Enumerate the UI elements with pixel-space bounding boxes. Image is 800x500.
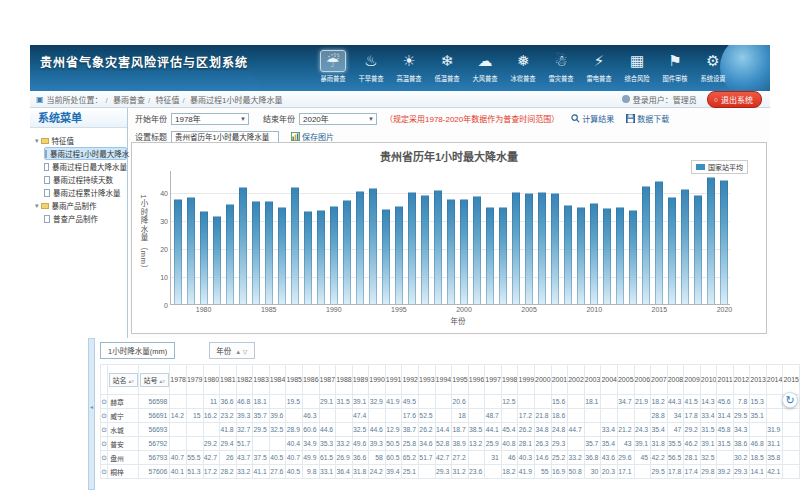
year-col-header[interactable]: 1988 [336, 365, 353, 395]
year-col-header[interactable]: 2008 [667, 365, 684, 395]
value-cell: 17.8 [684, 409, 701, 423]
tree-item[interactable]: 普查产品制作 [44, 212, 127, 225]
start-year-select[interactable]: 1978年 ▼ [171, 113, 249, 125]
year-col-header[interactable]: 1997 [485, 365, 502, 395]
save-image-button[interactable]: 保存图片 [291, 131, 334, 142]
year-col-header[interactable]: 1987 [319, 365, 336, 395]
year-col-header[interactable]: 1993 [419, 365, 436, 395]
year-col-header[interactable]: 1984 [269, 365, 286, 395]
nav-item-low-temp[interactable]: ❄ 低温普查 [428, 48, 466, 83]
chart-title-input[interactable]: 贵州省历年1小时最大降水量 [171, 131, 279, 143]
year-col-header[interactable]: 1998 [501, 365, 518, 395]
nav-item-high-temp[interactable]: ☀ 高温普查 [390, 48, 428, 83]
value-cell: 52.5 [419, 409, 436, 423]
year-col-header[interactable]: 1992 [402, 365, 419, 395]
tree-item[interactable]: 暴雨过程累计降水量 [44, 186, 127, 199]
year-col-header[interactable]: 1981 [220, 365, 237, 395]
year-col-header[interactable]: 2012 [733, 365, 750, 395]
range-hint: （规定采用1978-2020年数据作为普查时间范围） [385, 113, 559, 124]
year-col-header[interactable]: 1991 [385, 365, 402, 395]
breadcrumb-item[interactable]: 暴雨过程1小时最大降水量 [190, 96, 282, 105]
nav-item-snow[interactable]: ☃ 雪灾普查 [542, 48, 580, 83]
table-row[interactable]: ⊙赫章565981136.646.818.119.529.131.539.132… [101, 395, 800, 409]
refresh-icon[interactable]: ↻ [782, 392, 798, 408]
year-col-header[interactable]: 1978 [170, 365, 187, 395]
year-col-header[interactable]: 1982 [236, 365, 253, 395]
table-row[interactable]: ⊙盘州5679340.755.542.72643.737.540.540.749… [101, 451, 800, 465]
radio-icon[interactable]: ⊙ [101, 437, 108, 451]
year-col-header[interactable]: 2005 [617, 365, 634, 395]
tree-expander-icon[interactable]: ▾ [35, 137, 39, 145]
tree-item[interactable]: 暴雨过程日最大降水量 [44, 160, 127, 173]
radio-icon[interactable]: ⊙ [101, 451, 108, 465]
year-col-header[interactable]: 2004 [601, 365, 618, 395]
calculate-button[interactable]: 计算结果 [571, 113, 614, 124]
value-cell: 39.3 [369, 437, 386, 451]
nav-item-composite-risk[interactable]: ▦ 综合风险 [618, 48, 656, 83]
tree-expander-icon[interactable]: ▾ [35, 202, 39, 210]
year-col-header[interactable]: 1995 [452, 365, 469, 395]
nav-item-settings[interactable]: ⚙ 系统设置 [694, 48, 732, 83]
year-col-header[interactable]: 1989 [352, 365, 369, 395]
year-col-header[interactable]: 2006 [634, 365, 651, 395]
tree-item[interactable]: 暴雨过程1小时最大降水量 [44, 147, 127, 160]
nav-item-label: 雪灾普查 [544, 74, 578, 83]
value-cell: 26.3 [535, 437, 552, 451]
end-year-select[interactable]: 2020年 ▼ [299, 113, 377, 125]
table-row[interactable]: ⊙水城5669341.832.729.532.528.960.644.632.5… [101, 423, 800, 437]
table-row[interactable]: ⊙普安5679229.229.451.740.434.935.333.249.6… [101, 437, 800, 451]
table-row[interactable]: ⊙桐梓5760640.151.317.228.233.241.127.640.5… [101, 465, 800, 479]
nav-item-hail[interactable]: ❅ 冰雹普查 [504, 48, 542, 83]
year-sort-control[interactable]: 年份 ▲ ▽ [209, 342, 254, 359]
nav-item-drought[interactable]: ♨ 干旱普查 [352, 48, 390, 83]
user-icon [622, 95, 630, 103]
value-cell: 45.4 [501, 423, 518, 437]
breadcrumb-item[interactable]: 特征值 [156, 96, 180, 105]
station-col-header[interactable]: 站名 ▴▿ [108, 365, 139, 395]
collapse-handle[interactable]: ◂ [88, 338, 95, 490]
year-col-header[interactable]: 2007 [651, 365, 668, 395]
breadcrumb-item[interactable]: 暴雨普查 [113, 96, 145, 105]
year-col-header[interactable]: 2015 [783, 365, 800, 395]
year-col-header[interactable]: 1994 [435, 365, 452, 395]
year-col-header[interactable]: 2002 [568, 365, 585, 395]
nav-item-map-review[interactable]: ⚑ 图件审核 [656, 48, 694, 83]
nav-item-rainstorm[interactable]: ☔ 暴雨普查 [314, 48, 352, 83]
value-cell: 55 [535, 465, 552, 479]
year-sort-label: 年份 [216, 347, 231, 356]
table-row[interactable]: ⊙威宁5669114.21516.223.239.335.739.646.347… [101, 409, 800, 423]
value-cell: 33.4 [700, 409, 717, 423]
year-col-header[interactable]: 2011 [717, 365, 733, 395]
year-col-header[interactable]: 2009 [684, 365, 701, 395]
radio-icon[interactable]: ⊙ [101, 395, 108, 409]
year-col-header[interactable]: 2013 [750, 365, 767, 395]
value-cell: 34.3 [733, 423, 750, 437]
radio-icon[interactable]: ⊙ [101, 423, 108, 437]
year-col-header[interactable]: 2010 [700, 365, 717, 395]
download-button[interactable]: 数据下载 [626, 113, 669, 124]
year-col-header[interactable]: 1980 [203, 365, 220, 395]
year-col-header[interactable]: 2001 [551, 365, 568, 395]
year-col-header[interactable]: 2000 [535, 365, 552, 395]
radio-icon[interactable]: ⊙ [101, 465, 108, 479]
logout-button[interactable]: ○ 退出系统 [707, 91, 762, 108]
year-col-header[interactable]: 1996 [468, 365, 485, 395]
radio-icon[interactable]: ⊙ [101, 409, 108, 423]
tree-item[interactable]: 暴雨过程持续天数 [44, 173, 127, 186]
year-col-header[interactable]: 1985 [286, 365, 303, 395]
year-col-header[interactable]: 1990 [369, 365, 386, 395]
measure-tab[interactable]: 1小时降水量(mm) [100, 342, 175, 359]
year-col-header[interactable]: 1986 [302, 365, 319, 395]
tree-group[interactable]: ▾ 暴雨产品制作 [35, 199, 127, 212]
nav-item-lightning[interactable]: ⚡ 雷电普查 [580, 48, 618, 83]
tree-group[interactable]: ▾ 特征值 [35, 134, 127, 147]
nav-item-wind[interactable]: ☁ 大风普查 [466, 48, 504, 83]
year-col-header[interactable]: 1999 [518, 365, 535, 395]
year-col-header[interactable]: 1979 [186, 365, 203, 395]
grid-scroll-area[interactable]: 站名 ▴▿站号 ▴▿197819791980198119821983198419… [100, 364, 800, 490]
bar-2012 [616, 207, 624, 304]
year-col-header[interactable]: 2003 [584, 365, 601, 395]
station-id-col-header[interactable]: 站号 ▴▿ [139, 365, 170, 395]
year-col-header[interactable]: 2014 [766, 365, 783, 395]
year-col-header[interactable]: 1983 [253, 365, 270, 395]
